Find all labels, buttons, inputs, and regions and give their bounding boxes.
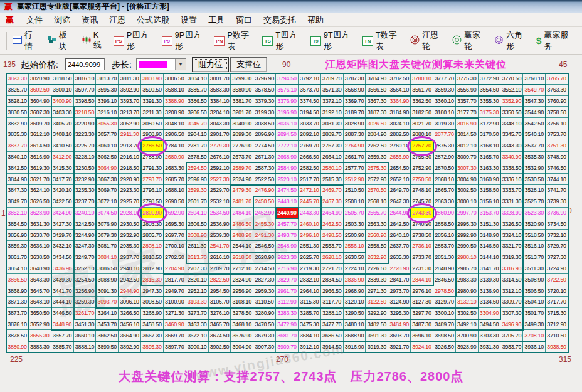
- menu-item[interactable]: 资讯: [76, 14, 103, 26]
- tn-badge-icon: TN: [362, 35, 373, 46]
- gann-cell: 3019.30: [433, 118, 456, 129]
- gann-cell: 2685.70: [164, 174, 186, 185]
- gann-cell: 2563.30: [366, 218, 388, 230]
- toolbar-item[interactable]: $赢家服务: [536, 29, 574, 52]
- gann-cell: 2985.70: [456, 263, 479, 275]
- gann-cell: 2796.10: [141, 185, 164, 196]
- dropdown-arrow-icon[interactable]: [175, 59, 186, 70]
- winner-wheel-icon: [452, 35, 462, 46]
- gann-cell: 2640.10: [388, 230, 411, 241]
- toolbar-item[interactable]: PSP四方形: [114, 29, 154, 52]
- gann-cell: 3204.10: [209, 107, 231, 118]
- toolbar-item-label: 赢家轮: [464, 29, 486, 52]
- gann-cell: 3199.30: [253, 107, 276, 118]
- gann-cell: 2808.10: [141, 241, 164, 252]
- gann-cell: 2757.70: [411, 140, 433, 152]
- gann-cell: 3196.90: [276, 107, 299, 118]
- gann-cell: 2976.10: [411, 285, 433, 297]
- toolbar-item[interactable]: 板块: [47, 29, 73, 52]
- gann-cell: 2534.50: [209, 208, 231, 219]
- gann-cell: 3513.70: [523, 252, 546, 263]
- gann-cell: 3758.50: [546, 107, 568, 118]
- gann-cell: 2575.30: [366, 162, 388, 174]
- gann-cell: 3669.70: [164, 330, 186, 341]
- gann-cell: 3410.50: [51, 140, 74, 152]
- gann-cell: 3103.30: [186, 297, 209, 308]
- menu-item[interactable]: 帮助: [302, 14, 329, 26]
- gann-cell: 3417.70: [51, 174, 74, 185]
- gann-cell: 3295.30: [388, 308, 411, 319]
- gann-cell: 2947.30: [141, 285, 164, 297]
- gann-cell: 3153.70: [479, 208, 501, 219]
- resistance-button[interactable]: 阻力位: [192, 57, 229, 72]
- menu-item[interactable]: 文件: [21, 14, 48, 26]
- toolbar-item[interactable]: 赢家轮: [452, 29, 486, 52]
- gann-cell: 3302.50: [456, 308, 479, 319]
- toolbar-item[interactable]: TST四方形: [262, 29, 302, 52]
- gann-cell: 3441.70: [51, 285, 74, 297]
- toolbar-item[interactable]: P99P四方形: [162, 29, 206, 52]
- gann-cell: 2724.10: [344, 263, 366, 275]
- menu-item[interactable]: 设置: [175, 14, 203, 26]
- gann-cell: 2704.90: [164, 263, 186, 275]
- gann-cell: 3352.90: [500, 96, 523, 107]
- step-dropdown[interactable]: [136, 58, 186, 70]
- gann-cell: 2944.90: [119, 285, 141, 297]
- gann-cell: 3319.30: [500, 252, 523, 263]
- gann-cell: 3079.30: [96, 230, 119, 241]
- menu-item[interactable]: 江恩: [103, 14, 131, 26]
- gann-cell: 3283.30: [276, 308, 299, 319]
- support-button[interactable]: 支撑位: [230, 57, 267, 72]
- menu-item[interactable]: 浏览: [48, 14, 76, 26]
- toolbar-item[interactable]: 江恩轮: [410, 29, 444, 52]
- gann-cell: 3640.90: [29, 263, 51, 275]
- toolbar-item[interactable]: K线: [82, 30, 105, 51]
- menu-item[interactable]: 公式选股: [131, 14, 175, 26]
- gann-cell: 2930.50: [119, 218, 141, 230]
- gann-cell: 3729.70: [546, 241, 568, 252]
- gann-cell: 3739.30: [546, 196, 568, 208]
- gann-cell: 2752.90: [411, 162, 433, 174]
- gann-cell: 3436.90: [51, 263, 74, 275]
- menu-item[interactable]: 窗口: [230, 14, 258, 26]
- menu-bar: 赢 文件浏览资讯江恩公式选股设置工具窗口交易委托帮助: [0, 13, 582, 27]
- gann-cell: 3285.70: [299, 308, 321, 319]
- start-price-input[interactable]: [65, 58, 105, 70]
- gann-cell: 3220.90: [74, 118, 97, 129]
- gann-cell: 3124.90: [388, 297, 411, 308]
- gann-cell: 3444.10: [51, 297, 74, 308]
- gann-cell: 3938.50: [546, 341, 568, 352]
- gann-cell: 2539.30: [209, 230, 231, 241]
- gann-cell: 3278.50: [231, 308, 253, 319]
- gann-cell: 2700.10: [164, 241, 186, 252]
- gann-cell: 3561.70: [411, 85, 433, 96]
- toolbar-item[interactable]: TNT数字表: [362, 29, 402, 52]
- menu-item[interactable]: 交易委托: [258, 14, 302, 26]
- gann-cell: 2923.30: [119, 185, 141, 196]
- gann-cell: 3021.70: [411, 118, 433, 129]
- gann-cell: 2491.30: [253, 230, 276, 241]
- menu-item[interactable]: 工具: [203, 14, 230, 26]
- toolbar-item[interactable]: T99T四方形: [310, 29, 354, 52]
- gann-cell: 3247.30: [74, 241, 97, 252]
- gann-cell: 3722.50: [546, 274, 568, 285]
- gann-cell: 3487.30: [411, 319, 433, 331]
- gann-cell: 3492.10: [456, 319, 479, 331]
- gann-cell: 3919.30: [366, 341, 388, 352]
- toolbar-item[interactable]: 六角形: [494, 29, 528, 52]
- gann-cell: 2995.30: [456, 218, 479, 230]
- gann-cell: 3537.70: [523, 140, 546, 152]
- gann-cell: 2882.50: [388, 129, 411, 140]
- child-window-icon[interactable]: 赢: [6, 14, 14, 26]
- gann-cell: 3333.70: [500, 185, 523, 196]
- gann-cell: 3446.50: [51, 308, 74, 319]
- t9-badge-icon: T9: [310, 35, 321, 46]
- toolbar-item[interactable]: 行情: [13, 29, 39, 52]
- toolbar-item[interactable]: PNP数字表: [214, 29, 254, 52]
- gann-cell: 3237.70: [74, 196, 97, 208]
- gann-cell: 3626.50: [29, 196, 51, 208]
- gann-cell: 2546.50: [253, 241, 276, 252]
- gann-cell: 3280.90: [253, 308, 276, 319]
- gann-cell: 3547.30: [523, 96, 546, 107]
- gann-cell: 3432.10: [51, 241, 74, 252]
